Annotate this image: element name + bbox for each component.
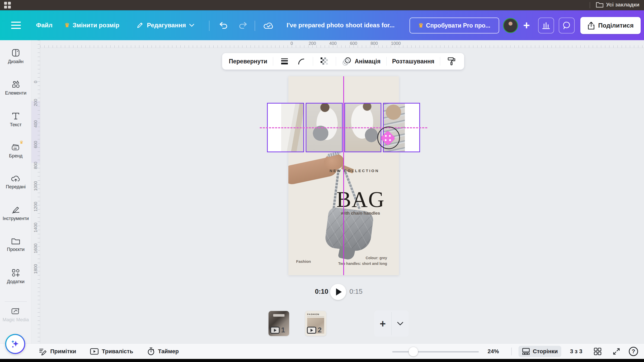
share-button[interactable]: Поділитися xyxy=(580,17,641,34)
horizontal-guide-line xyxy=(260,127,427,128)
page-number: 2 xyxy=(318,326,322,334)
try-pro-button[interactable]: ♛ Спробувати Pro про... xyxy=(409,18,499,33)
sidebar-item-uploads[interactable]: Передані xyxy=(0,174,31,190)
ruler-label: 0 xyxy=(290,41,293,46)
file-menu[interactable]: Файл xyxy=(36,16,53,34)
chevron-down-icon xyxy=(189,23,195,27)
ruler-label: 200 xyxy=(33,99,38,106)
fullscreen-button[interactable] xyxy=(612,344,621,359)
grid-view-icon xyxy=(593,347,602,356)
flip-button[interactable]: Перевернути xyxy=(229,58,267,65)
add-page-button[interactable]: + xyxy=(374,310,391,337)
comments-button[interactable] xyxy=(559,18,575,33)
sidebar-item-elements[interactable]: Елементи xyxy=(0,80,31,96)
ruler-ticks xyxy=(38,40,40,343)
page-thumbnail-1[interactable]: 1 xyxy=(269,311,289,336)
toolbar-divider xyxy=(313,57,313,66)
resize-menu[interactable]: ♛ Змінити розмір xyxy=(64,16,119,34)
brand-kit-icon: co xyxy=(11,143,20,151)
help-button[interactable]: ? xyxy=(629,344,638,359)
center-guide-line xyxy=(343,76,344,275)
stroke-weight-button[interactable] xyxy=(279,56,290,67)
corner-rounding-button[interactable] xyxy=(296,56,307,67)
sidebar-item-projects[interactable]: Проєкти xyxy=(0,237,31,252)
editing-mode-menu[interactable]: Редагування xyxy=(136,16,195,34)
tools-sidebar: Дизайн Елементи Текст co ♛ Бренд Передан… xyxy=(0,40,31,343)
paint-roller-icon xyxy=(447,57,456,66)
ruler-ticks xyxy=(40,45,644,48)
canva-editor: Усі закладки Файл ♛ Змінити розмір Редаг… xyxy=(0,0,644,362)
zoom-level[interactable]: 24% xyxy=(488,344,499,359)
draw-pen-icon xyxy=(11,206,20,214)
video-badge-icon xyxy=(307,327,316,334)
page-text-title[interactable]: BAG xyxy=(327,187,394,212)
save-status-button[interactable] xyxy=(261,18,277,33)
chevron-down-icon xyxy=(397,322,404,326)
page-options-dropdown[interactable] xyxy=(392,310,409,337)
user-avatar[interactable] xyxy=(503,18,518,33)
share-upload-icon xyxy=(587,21,595,30)
ruler-label: 800 xyxy=(371,41,378,46)
zoom-slider[interactable] xyxy=(392,351,479,352)
page-text-collection[interactable]: NEW COLLECTION xyxy=(316,169,393,173)
all-bookmarks-button[interactable]: Усі закладки xyxy=(596,2,639,8)
magic-media-icon xyxy=(11,307,20,315)
zoom-slider-thumb[interactable] xyxy=(409,347,418,356)
notes-button[interactable]: Примітки xyxy=(39,344,76,359)
sidebar-item-brand[interactable]: co ♛ Бренд xyxy=(0,143,31,159)
elements-icon xyxy=(11,80,20,89)
ruler-label: 600 xyxy=(350,41,357,46)
document-title[interactable]: I've prepared photo shoot ideas for... xyxy=(287,16,401,34)
app-grid-icon[interactable] xyxy=(4,2,11,9)
thumb-text-block xyxy=(273,314,285,317)
ruler-label: 1200 xyxy=(33,202,38,212)
browser-topbar: Усі закладки xyxy=(0,0,644,10)
undo-button[interactable] xyxy=(215,18,231,33)
sidebar-item-tools[interactable]: Інструменти xyxy=(0,206,31,221)
add-member-button[interactable]: + xyxy=(518,18,534,33)
redo-icon xyxy=(238,21,248,30)
upload-cloud-icon xyxy=(11,174,21,182)
grid-view-button[interactable] xyxy=(593,344,602,359)
thumb-masthead: FASHION xyxy=(307,313,324,317)
horizontal-ruler: 0 200 400 600 800 1000 xyxy=(40,40,644,48)
transparency-icon xyxy=(320,57,329,66)
add-page-group: + xyxy=(374,310,409,337)
crown-icon: ♛ xyxy=(418,22,423,29)
page-text-details[interactable]: Colour: grey Two handles: short and long xyxy=(320,255,387,267)
ai-assistant-button[interactable] xyxy=(5,334,25,354)
main-menu-button[interactable] xyxy=(10,16,22,34)
ruler-label: 600 xyxy=(33,141,38,148)
pencil-icon xyxy=(136,21,144,29)
pages-view-button[interactable]: Сторінки xyxy=(518,346,561,357)
page-text-subtitle[interactable]: with chain handles xyxy=(327,211,394,216)
duration-button[interactable]: Тривалість xyxy=(90,344,133,359)
pages-view-icon xyxy=(522,348,530,355)
animate-button[interactable]: Анімація xyxy=(342,57,380,66)
statusbar-divider xyxy=(511,348,512,355)
redo-button[interactable] xyxy=(235,18,251,33)
copy-style-button[interactable] xyxy=(446,56,457,67)
ruler-label: 1000 xyxy=(391,41,401,46)
position-button[interactable]: Розташування xyxy=(392,58,434,65)
timer-icon xyxy=(147,347,155,356)
sidebar-item-design[interactable]: Дизайн xyxy=(0,48,31,64)
sidebar-item-text[interactable]: Текст xyxy=(0,112,31,128)
timer-button[interactable]: Таймер xyxy=(147,344,179,359)
insights-button[interactable] xyxy=(538,18,554,33)
transparency-button[interactable] xyxy=(319,56,330,67)
vertical-ruler: 0 200 400 600 800 1000 1200 1400 1600 18… xyxy=(31,40,40,343)
play-button[interactable] xyxy=(330,284,346,300)
page-thumbnail-2[interactable]: FASHION 2 xyxy=(305,311,326,336)
toolbar-divider xyxy=(273,57,273,66)
screen-edge xyxy=(0,359,644,362)
status-bar: Примітки Тривалість Таймер 24% Сторінки … xyxy=(0,343,644,359)
sidebar-item-apps[interactable]: Додатки xyxy=(0,268,31,284)
chat-bubble-icon xyxy=(562,21,571,30)
animate-icon xyxy=(342,57,352,66)
sidebar-item-magic-media[interactable]: Magic Media xyxy=(0,307,31,323)
video-badge-icon xyxy=(270,327,280,334)
ruler-label: 1800 xyxy=(33,264,38,274)
sidebar-divider xyxy=(5,301,27,302)
stroke-weight-icon xyxy=(280,58,289,65)
